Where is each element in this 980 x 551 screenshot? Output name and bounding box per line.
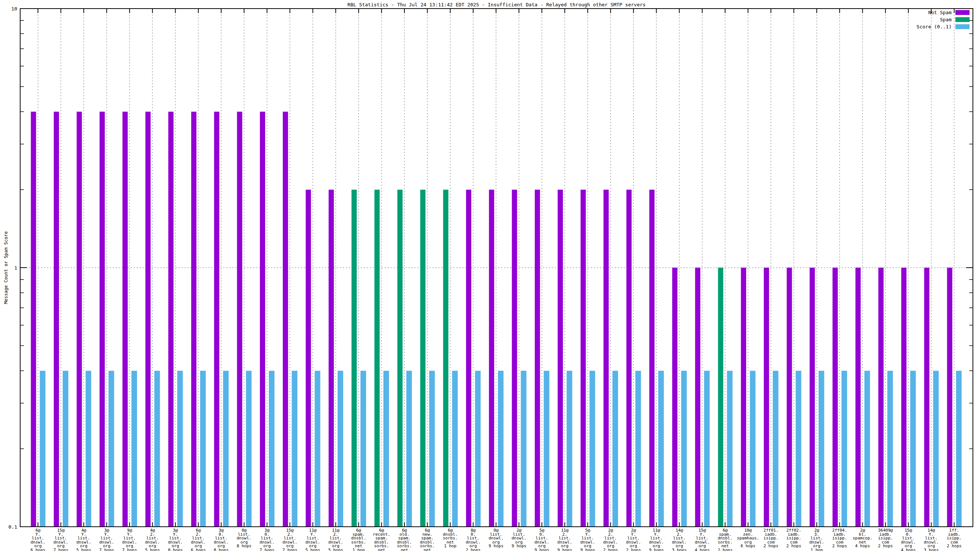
score-bar xyxy=(406,371,412,527)
bar-spam xyxy=(398,190,402,527)
bar-notspam xyxy=(810,268,815,527)
bar-notspam xyxy=(260,112,265,527)
x-label: 14@Y.list.dnswl.org3 hops xyxy=(924,528,939,551)
y-tick-label: 1 xyxy=(14,265,17,271)
score-bar xyxy=(246,371,252,527)
bar-notspam xyxy=(100,112,105,527)
x-label: 3@0.list.dnswl.org8 hops xyxy=(214,528,229,551)
bar-notspam xyxy=(878,268,884,527)
score-bar xyxy=(704,371,710,527)
bar-notspam xyxy=(145,112,151,527)
x-label: 10@zen.spamhaus.org6 hops xyxy=(737,528,759,548)
score-bar xyxy=(109,371,114,527)
x-label: 6@old.spam.dnsbl.sorbs.net1 hop xyxy=(397,528,412,551)
x-label: 15@2.list.dnswl.org7 hops xyxy=(282,528,297,551)
bar-notspam xyxy=(672,268,678,527)
score-bar xyxy=(360,371,366,527)
x-label: 2@Y.list.dnswl.org2 hops xyxy=(626,528,641,551)
score-bar xyxy=(223,371,229,527)
plot-area: 1010.16@Y.list.dnswl.org6 hops15@Y.list.… xyxy=(0,0,980,551)
x-label: 4@Y.list.dnswl.org5 hops xyxy=(76,528,91,551)
bar-notspam xyxy=(329,190,334,527)
x-label: 15@Y.list.dnswl.org4 hops xyxy=(695,528,710,551)
score-bar xyxy=(612,371,618,527)
score-bar xyxy=(635,371,641,527)
x-label: 3@Y.list.dnswl.org8 hops xyxy=(168,528,183,551)
score-bar xyxy=(63,371,68,527)
bar-notspam xyxy=(512,190,517,527)
x-label: 6@spam.dnsbl.sorbs.net2 hops xyxy=(718,528,733,551)
x-label: 0@list.dnswl.org8 hops xyxy=(237,528,252,548)
bar-notspam xyxy=(901,268,907,527)
bar-notspam xyxy=(786,268,792,527)
score-bar xyxy=(910,371,916,527)
x-label: 15@0.list.dnswl.org4 hops xyxy=(901,528,916,551)
score-bar xyxy=(86,371,91,527)
bar-notspam xyxy=(237,112,242,527)
score-bar xyxy=(727,371,733,527)
bar-notspam xyxy=(466,190,471,527)
bar-spam xyxy=(375,190,380,527)
score-bar xyxy=(200,371,206,527)
score-bar xyxy=(864,371,870,527)
x-label: 6@spam.dnsbl.sorbs.net1 hop xyxy=(351,528,366,551)
bar-notspam xyxy=(283,112,288,527)
score-bar xyxy=(544,371,549,527)
score-bar xyxy=(154,371,160,527)
score-bar xyxy=(521,371,527,527)
score-bar xyxy=(842,371,847,527)
x-label: 3@Y.list.dnswl.org7 hops xyxy=(99,528,114,551)
x-label: 0@list.dnswl.org9 hops xyxy=(488,528,503,548)
bar-notspam xyxy=(626,190,632,527)
score-bar xyxy=(933,371,939,527)
score-bar xyxy=(429,371,435,527)
bar-notspam xyxy=(581,190,586,527)
bar-notspam xyxy=(603,190,609,527)
x-label: 2@bl.spamcop.net4 hops xyxy=(853,528,872,548)
score-bar xyxy=(956,371,962,527)
x-label: 3@0.list.dnswl.org7 hops xyxy=(259,528,275,551)
score-bar xyxy=(40,371,46,527)
score-bar xyxy=(681,371,687,527)
bar-notspam xyxy=(191,112,196,527)
score-bar xyxy=(566,371,572,527)
score-bar xyxy=(383,371,389,527)
x-label: 2ff02.iadb.isipp.com2 hops xyxy=(786,528,802,548)
score-bar xyxy=(498,371,503,527)
x-label: 2ff04.iadb.isipp.com2 hops xyxy=(832,528,847,548)
x-label: 11@2.list.dnswl.org9 hops xyxy=(557,528,572,551)
score-bar xyxy=(795,371,801,527)
score-bar xyxy=(819,371,824,527)
x-label: 2ff01.iadb.isipp.com2 hops xyxy=(764,528,778,548)
x-label: 6@new.spam.dnsbl.sorbs.net1 hop xyxy=(420,528,435,551)
bar-notspam xyxy=(169,112,173,527)
x-label: 6@recent.spam.dnsbl.sorbs.net1 hop xyxy=(373,528,390,551)
score-bar xyxy=(475,371,480,527)
x-label: 1ff.iadb.isipp.com2 hops xyxy=(947,528,962,548)
x-label: 9@Y.list.dnswl.org7 hops xyxy=(122,528,137,551)
x-label: 11@Y.list.dnswl.org5 hops xyxy=(305,528,320,551)
bar-notspam xyxy=(306,190,311,527)
x-label: 11@Y.list.dnswl.org9 hops xyxy=(649,528,664,551)
bar-notspam xyxy=(924,268,929,527)
bar-spam xyxy=(420,190,425,527)
bar-notspam xyxy=(741,268,746,527)
bar-notspam xyxy=(558,190,563,527)
bar-notspam xyxy=(832,268,838,527)
x-label: 15@Y.list.dnswl.org7 hops xyxy=(53,528,68,551)
score-bar xyxy=(888,371,893,527)
score-bar xyxy=(315,371,320,527)
score-bar xyxy=(659,371,664,527)
x-label: 2@list.dnswl.org9 hops xyxy=(512,528,527,548)
bar-notspam xyxy=(695,268,700,527)
y-tick-label: 10 xyxy=(11,6,17,11)
x-label: 14@2.list.dnswl.org3 hops xyxy=(672,528,687,551)
bar-notspam xyxy=(649,190,655,527)
x-label: 6@2.list.dnswl.org6 hops xyxy=(191,528,206,551)
score-bar xyxy=(452,371,458,527)
x-label: 6@dnsbl.sorbs.net1 hop xyxy=(443,528,458,548)
y-tick-label: 0.1 xyxy=(9,524,17,530)
bar-spam xyxy=(352,190,357,527)
bar-notspam xyxy=(54,112,59,527)
x-label: 5@0.list.dnswl.org9 hops xyxy=(535,528,549,551)
